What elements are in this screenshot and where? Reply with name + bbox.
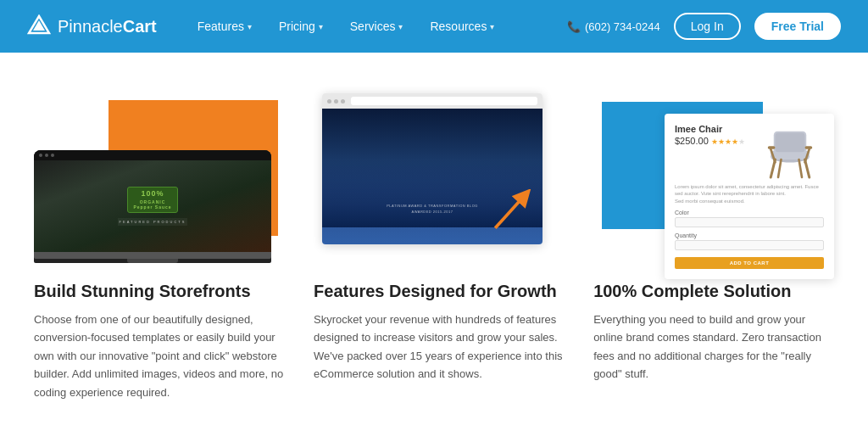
browser-screen: PLATINUM AWARD & TRANSFORMATION BLOG AWA…: [322, 109, 542, 244]
storefront-image-area: 100% ORGANICPepper Sauce FEATURED PRODUC…: [34, 93, 287, 263]
logo[interactable]: PinnacleCart: [27, 14, 157, 38]
laptop-base: [34, 252, 271, 259]
login-button[interactable]: Log In: [674, 13, 741, 40]
add-to-cart-button[interactable]: ADD TO CART: [675, 257, 824, 269]
product-description: Lorem ipsum dolor sit amet, consectetur …: [675, 183, 824, 204]
organic-badge: 100% ORGANICPepper Sauce: [127, 187, 177, 213]
solution-heading: 100% Complete Solution: [593, 280, 834, 302]
header-actions: 📞 (602) 734-0244 Log In Free Trial: [567, 13, 841, 40]
logo-text: PinnacleCart: [58, 17, 157, 36]
nav-pricing[interactable]: Pricing ▾: [279, 20, 323, 33]
screen-toolbar: [34, 150, 271, 160]
svg-line-11: [799, 160, 803, 177]
laptop-stand: [127, 259, 178, 263]
quantity-label: Quantity: [675, 232, 824, 238]
laptop-mockup: 100% ORGANICPepper Sauce FEATURED PRODUC…: [34, 150, 271, 263]
dot-3: [51, 154, 54, 157]
nav-resources[interactable]: Resources ▾: [430, 20, 494, 33]
chevron-down-icon: ▾: [248, 22, 252, 31]
screen-content: 100% ORGANICPepper Sauce FEATURED PRODUC…: [118, 176, 188, 226]
nav-features[interactable]: Features ▾: [198, 20, 252, 33]
product-card: Imee Chair $250.00 ★★★★★ Lorem ipsum dol…: [665, 114, 834, 279]
svg-rect-7: [776, 133, 805, 153]
phone-number: 📞 (602) 734-0244: [567, 20, 660, 33]
chevron-down-icon: ▾: [319, 22, 323, 31]
phone-icon: 📞: [567, 20, 581, 33]
solution-section: Imee Chair $250.00 ★★★★★ Lorem ipsum dol…: [593, 93, 834, 383]
browser-toolbar: [322, 93, 542, 109]
browser-dot-2: [334, 99, 338, 104]
svg-line-3: [495, 195, 525, 228]
nav-services[interactable]: Services ▾: [350, 20, 403, 33]
chevron-down-icon: ▾: [398, 22, 403, 31]
chair-svg: [756, 124, 824, 183]
chair-image: [756, 124, 824, 183]
main-nav: Features ▾ Pricing ▾ Services ▾ Resource…: [198, 20, 567, 33]
dot-2: [45, 154, 48, 157]
solution-body: Everything you need to build and grow yo…: [593, 311, 834, 383]
features-body: Skyrocket your revenue with hundreds of …: [314, 311, 566, 383]
main-content: 100% ORGANICPepper Sauce FEATURED PRODUC…: [0, 53, 868, 431]
features-section: PLATINUM AWARD & TRANSFORMATION BLOG AWA…: [314, 93, 566, 383]
solution-image-area: Imee Chair $250.00 ★★★★★ Lorem ipsum dol…: [593, 93, 834, 263]
free-trial-button[interactable]: Free Trial: [754, 13, 841, 40]
storefront-heading: Build Stunning Storefronts: [34, 280, 287, 302]
svg-line-10: [778, 160, 782, 177]
browser-dot-1: [327, 99, 331, 104]
site-header: PinnacleCart Features ▾ Pricing ▾ Servic…: [0, 0, 868, 53]
browser-url-bar: [351, 97, 537, 105]
quantity-select[interactable]: [675, 240, 824, 250]
storefront-section: 100% ORGANICPepper Sauce FEATURED PRODUC…: [34, 93, 287, 401]
laptop-screen: 100% ORGANICPepper Sauce FEATURED PRODUC…: [34, 150, 271, 252]
browser-mockup: PLATINUM AWARD & TRANSFORMATION BLOG AWA…: [322, 93, 542, 244]
browser-dot-3: [341, 99, 345, 104]
dot-1: [39, 154, 42, 157]
storefront-body: Choose from one of our beautifully desig…: [34, 311, 287, 401]
chevron-down-icon: ▾: [490, 22, 494, 31]
color-select[interactable]: [675, 217, 824, 227]
pinnacle-cart-icon: [27, 14, 51, 38]
featured-bar: FEATURED PRODUCTS: [118, 218, 188, 226]
growth-arrow-icon: [487, 189, 534, 236]
color-label: Color: [675, 210, 824, 216]
star-rating: ★★★★: [711, 137, 738, 146]
features-image-area: PLATINUM AWARD & TRANSFORMATION BLOG AWA…: [314, 93, 566, 263]
features-heading: Features Designed for Growth: [314, 280, 566, 302]
